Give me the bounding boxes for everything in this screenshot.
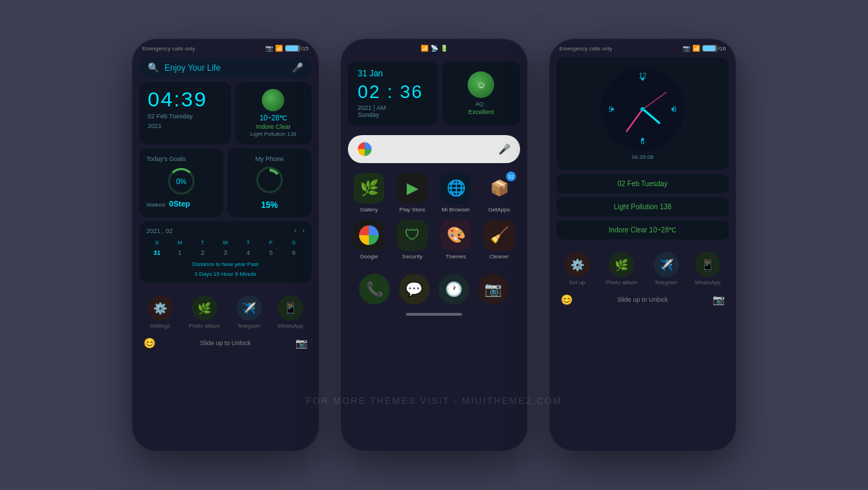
photo-album-icon: 🌿	[192, 295, 217, 321]
cal-head-t1: T	[192, 239, 214, 246]
right-phone: Emergency calls only 📷 📶 16 12 3 6 9	[549, 38, 736, 451]
right-cam-icon: 📷	[682, 45, 690, 52]
clock-time-text: 04:39:08	[631, 154, 653, 160]
browser-icon: 🌐	[440, 173, 471, 204]
cal-month: 2021 , 02	[146, 227, 173, 234]
cal-next[interactable]: ›	[302, 227, 304, 234]
dock-photo[interactable]: 🌿 Photo album	[189, 295, 220, 329]
battery-indicator	[285, 45, 300, 52]
second-hand	[643, 92, 667, 109]
app-themes[interactable]: 🎨 Themes	[438, 220, 474, 260]
right-emergency-text: Emergency calls only	[559, 46, 612, 52]
right-battery-text: 16	[720, 46, 726, 52]
aq-orb: ☺	[468, 71, 494, 98]
cal-day-3: 3	[215, 248, 237, 258]
dock-r-whatsapp[interactable]: 📱 WhatsApp	[695, 252, 721, 286]
left-search-bar[interactable]: 🔍 Enjoy Your Life 🎤	[139, 57, 312, 78]
right-face-icon: 😊	[561, 294, 573, 305]
right-dock: ⚙️ Set up 🌿 Photo album ✈️ Telegram 📱 Wh…	[550, 246, 736, 291]
app-gallery[interactable]: 🌿 Gallery	[351, 173, 387, 213]
left-face-icon: 😊	[144, 337, 155, 349]
left-status-bar: Emergency calls only 📷 📶 15	[132, 39, 318, 55]
playstore-icon: ▶	[397, 173, 428, 204]
tray-clock[interactable]: 🕐	[438, 274, 469, 304]
dock-settings[interactable]: ⚙️ Settings	[148, 295, 173, 329]
cal-head-s2: S	[283, 239, 304, 246]
tray-msg[interactable]: 💬	[399, 274, 430, 304]
left-search-text: Enjoy Your Life	[164, 63, 286, 73]
security-icon: 🛡	[397, 220, 428, 251]
left-city: Indore Clear	[256, 123, 291, 130]
cal-note1: Distance to New year Past	[146, 261, 304, 267]
clock-center-dot	[640, 107, 645, 111]
right-status-bar: Emergency calls only 📷 📶 16	[550, 39, 736, 55]
left-year: 2021	[148, 122, 223, 130]
app-security[interactable]: 🛡 Security	[394, 220, 430, 260]
steps-value: 0Step	[169, 200, 190, 208]
cal-header: 2021 , 02 ‹ ›	[146, 227, 304, 234]
right-pollution-text: Light Pollution 138	[614, 203, 671, 211]
dock-r-photo[interactable]: 🌿 Photo album	[606, 252, 638, 286]
left-date: 02 Feb Tuesday	[148, 113, 223, 120]
google-search-bar[interactable]: 🎤	[348, 135, 520, 163]
left-emergency-text: Emergency calls only	[142, 46, 195, 52]
left-content: 🔍 Enjoy Your Life 🎤 04:39 02 Feb Tuesday…	[132, 55, 318, 290]
getapps-label: GetApps	[488, 206, 510, 213]
camera-icon: 📷	[265, 45, 273, 52]
dock-r-telegram[interactable]: ✈️ Telegram	[654, 252, 679, 286]
hour-hand	[642, 108, 660, 125]
battery-text: 15	[302, 46, 309, 52]
left-mic-icon: 🎤	[292, 62, 303, 73]
app-google[interactable]: Google	[351, 220, 387, 260]
dock-photo-label: Photo album	[189, 323, 220, 329]
cal-day-2: 2	[192, 248, 214, 258]
cal-day-4: 4	[237, 248, 259, 258]
cal-head-s1: S	[146, 239, 168, 246]
right-clock-container: 12 3 6 9	[556, 57, 729, 170]
dock-settings-label: Settings	[150, 323, 170, 329]
app-cleaner[interactable]: 🧹 Cleaner	[481, 220, 517, 260]
google-g-icon	[358, 142, 372, 156]
google-mic-icon: 🎤	[498, 144, 510, 155]
phone-circle	[256, 167, 283, 193]
cal-head-w: W	[215, 239, 237, 246]
getapps-badge: 32	[506, 172, 516, 181]
app-playstore[interactable]: ▶ Play Store	[394, 173, 430, 213]
telegram-icon: ✈️	[237, 295, 262, 321]
dock-telegram[interactable]: ✈️ Telegram	[237, 295, 262, 329]
dock-r-setup[interactable]: ⚙️ Set up	[565, 252, 590, 286]
right-telegram-icon: ✈️	[654, 252, 679, 277]
left-temp: 10~28℃	[260, 114, 287, 122]
cal-prev[interactable]: ‹	[294, 227, 296, 234]
center-status-bar: 📶 📡 🔋	[341, 39, 527, 55]
tray-camera[interactable]: 📷	[478, 274, 509, 304]
phone-fill	[258, 169, 281, 191]
cal-grid: S M T W T F S 31 1 2 3 4 5 6	[146, 239, 304, 258]
tray-phone[interactable]: 📞	[359, 274, 390, 304]
left-unlock-text: Slide up to Unlock	[155, 340, 295, 346]
left-dock: ⚙️ Settings 🌿 Photo album ✈️ Telegram 📱 …	[132, 290, 318, 335]
left-goals-row: Today's Goals 0% Walked: 0Step My Phone	[139, 148, 312, 217]
right-content: 12 3 6 9	[550, 55, 736, 246]
center-aq-box: ☺ AQ : Excellent	[442, 62, 520, 125]
cleaner-label: Cleaner	[489, 253, 509, 260]
right-date-pill: 02 Feb Tuesday	[556, 174, 729, 193]
app-getapps[interactable]: 📦 32 GetApps	[481, 173, 517, 213]
setup-icon: ⚙️	[565, 252, 590, 277]
google-label: Google	[360, 253, 378, 260]
getapps-icon: 📦 32	[484, 173, 514, 204]
dock-r-telegram-label: Telegram	[654, 279, 678, 286]
left-phone: Emergency calls only 📷 📶 15 🔍 Enjoy Your…	[132, 38, 319, 451]
left-time-box: 04:39 02 Feb Tuesday 2021	[139, 82, 231, 144]
right-photo-icon: 🌿	[609, 252, 634, 277]
dock-telegram-label: Telegram	[237, 323, 260, 329]
aq-label: AQ :	[475, 101, 486, 107]
browser-label: Mi Browser	[442, 206, 470, 213]
dock-whatsapp[interactable]: 📱 WhatsApp	[278, 295, 304, 329]
cal-day-6: 6	[283, 248, 304, 258]
center-phone: 📶 📡 🔋 31 Jan 02 : 36 2021 | AM Sunday ☺	[340, 38, 528, 451]
gallery-icon: 🌿	[354, 173, 384, 204]
center-content: 31 Jan 02 : 36 2021 | AM Sunday ☺ AQ : E…	[341, 55, 527, 316]
settings-icon: ⚙️	[148, 295, 173, 321]
app-browser[interactable]: 🌐 Mi Browser	[438, 173, 474, 213]
